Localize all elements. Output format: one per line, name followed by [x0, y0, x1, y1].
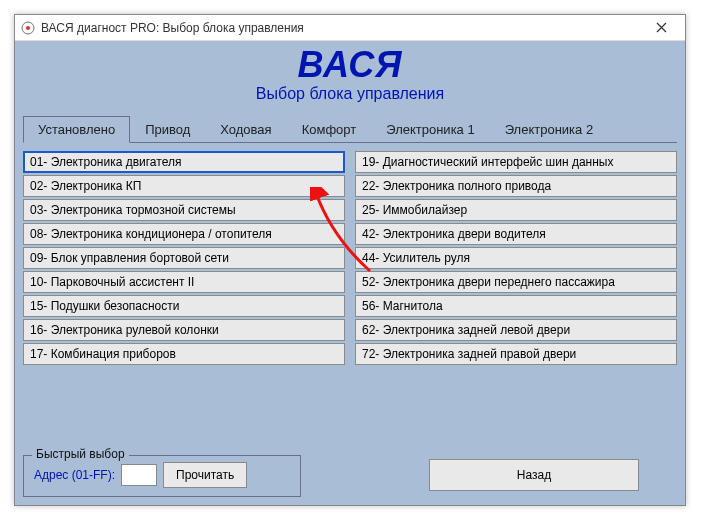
brand-title: ВАСЯ — [23, 47, 677, 83]
address-label: Адрес (01-FF): — [34, 468, 115, 482]
module-column-right: 19- Диагностический интерфейс шин данных… — [355, 151, 677, 365]
brand: ВАСЯ Выбор блока управления — [23, 47, 677, 103]
tab-1[interactable]: Привод — [130, 116, 205, 143]
module-button[interactable]: 44- Усилитель руля — [355, 247, 677, 269]
window-title: ВАСЯ диагност PRO: Выбор блока управлени… — [41, 21, 304, 35]
module-button[interactable]: 15- Подушки безопасности — [23, 295, 345, 317]
tab-3[interactable]: Комфорт — [287, 116, 372, 143]
module-button[interactable]: 25- Иммобилайзер — [355, 199, 677, 221]
module-button[interactable]: 03- Электроника тормозной системы — [23, 199, 345, 221]
tab-2[interactable]: Ходовая — [205, 116, 286, 143]
titlebar: ВАСЯ диагност PRO: Выбор блока управлени… — [15, 15, 685, 41]
tab-4[interactable]: Электроника 1 — [371, 116, 489, 143]
read-button[interactable]: Прочитать — [163, 462, 247, 488]
app-window: ВАСЯ диагност PRO: Выбор блока управлени… — [14, 14, 686, 506]
module-button[interactable]: 02- Электроника КП — [23, 175, 345, 197]
brand-subtitle: Выбор блока управления — [23, 85, 677, 103]
back-button[interactable]: Назад — [429, 459, 639, 491]
app-icon — [21, 21, 35, 35]
module-button[interactable]: 01- Электроника двигателя — [23, 151, 345, 173]
module-button[interactable]: 08- Электроника кондиционера / отопителя — [23, 223, 345, 245]
module-lists: 01- Электроника двигателя02- Электроника… — [23, 151, 677, 365]
module-button[interactable]: 52- Электроника двери переднего пассажир… — [355, 271, 677, 293]
quick-select-group: Быстрый выбор Адрес (01-FF): Прочитать — [23, 455, 301, 497]
tab-5[interactable]: Электроника 2 — [490, 116, 608, 143]
module-column-left: 01- Электроника двигателя02- Электроника… — [23, 151, 345, 365]
module-button[interactable]: 22- Электроника полного привода — [355, 175, 677, 197]
module-button[interactable]: 19- Диагностический интерфейс шин данных — [355, 151, 677, 173]
module-button[interactable]: 16- Электроника рулевой колонки — [23, 319, 345, 341]
bottom-bar: Быстрый выбор Адрес (01-FF): Прочитать Н… — [23, 447, 677, 497]
address-input[interactable] — [121, 464, 157, 486]
client-area: ВАСЯ Выбор блока управления УстановленоП… — [15, 41, 685, 505]
module-button[interactable]: 42- Электроника двери водителя — [355, 223, 677, 245]
module-button[interactable]: 72- Электроника задней правой двери — [355, 343, 677, 365]
module-button[interactable]: 09- Блок управления бортовой сети — [23, 247, 345, 269]
quick-select-legend: Быстрый выбор — [32, 447, 129, 461]
tab-0[interactable]: Установлено — [23, 116, 130, 143]
module-button[interactable]: 56- Магнитола — [355, 295, 677, 317]
close-button[interactable] — [643, 15, 679, 40]
close-icon — [656, 22, 667, 33]
module-button[interactable]: 62- Электроника задней левой двери — [355, 319, 677, 341]
module-button[interactable]: 17- Комбинация приборов — [23, 343, 345, 365]
module-button[interactable]: 10- Парковочный ассистент II — [23, 271, 345, 293]
svg-point-1 — [26, 26, 30, 30]
tab-bar: УстановленоПриводХодоваяКомфортЭлектрони… — [23, 115, 677, 143]
